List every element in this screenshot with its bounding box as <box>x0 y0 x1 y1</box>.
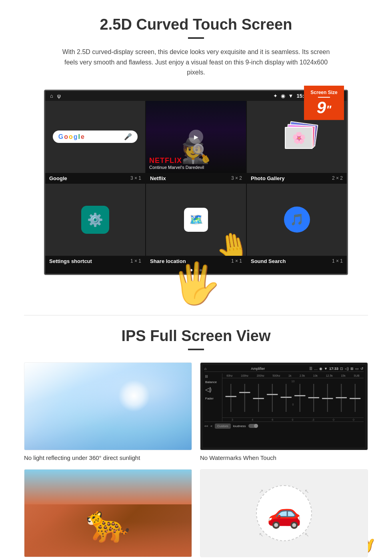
screen-size-badge: Screen Size 9" <box>304 86 344 120</box>
amp-main: ||| Balance ◁) Fader 60hz100hz200hz500hz… <box>204 373 364 422</box>
netflix-subtitle: Continue Marvel's Daredevil <box>149 165 243 170</box>
eq-sliders: 10 0 <box>224 380 362 416</box>
amp-sidebar: ||| Balance ◁) Fader <box>204 373 222 422</box>
photo-stack: 🌸 <box>277 121 317 153</box>
sound-app-cell[interactable]: 🎵 <box>247 184 347 256</box>
svg-rect-18 <box>336 397 347 398</box>
arrow-br: ↘ <box>304 532 309 538</box>
feature-cheetah: 🐆 Super Fast Response <box>24 469 192 558</box>
badge-title: Screen Size <box>307 90 341 95</box>
screen-wrapper: Screen Size 9" ⌂ ψ ✦ ◉ ▼ 15:06 ⊡ <box>24 90 368 303</box>
section1-title: 2.5D Curved Touch Screen <box>24 16 368 33</box>
svg-rect-19 <box>350 398 361 399</box>
svg-rect-11 <box>239 392 250 393</box>
amplifier-image: ⌂ Amplifier ☰…◉▼ 17:33 ⊡◁)⊠▭↺ ||| <box>200 362 368 450</box>
netflix-play-btn[interactable]: ▶ <box>189 130 203 144</box>
netflix-label: Netflix 3 × 2 <box>146 173 246 184</box>
amp-sliders-icon: ||| <box>205 374 221 378</box>
amp-home-icon: ⌂ <box>204 367 206 371</box>
google-search-bar[interactable]: Google 🎤 <box>53 130 138 143</box>
amp-sliders-area: 10 0 <box>222 378 364 417</box>
arrow-tl: ↗ <box>259 488 264 494</box>
photo-card-3: 🌸 <box>285 127 313 149</box>
device-screen: ⌂ ψ ✦ ◉ ▼ 15:06 ⊡ ◁) ⊠ ▭ <box>44 90 348 275</box>
eq-numbers-top: 10 <box>224 380 362 383</box>
car-image: 🚗 ↗ ↗ ↙ ↘ <box>200 469 368 557</box>
arrow-tr: ↗ <box>304 488 309 494</box>
light-beam <box>24 363 192 450</box>
amp-custom-btn[interactable]: Custom <box>215 424 231 429</box>
svg-rect-17 <box>322 398 333 399</box>
car-content: 🚗 ↗ ↗ ↙ ↘ <box>257 486 311 540</box>
arrow-bl: ↙ <box>259 532 264 538</box>
badge-size: 9" <box>307 99 341 116</box>
bt-icon: ✦ <box>273 93 278 99</box>
google-label: Google 3 × 1 <box>45 173 145 184</box>
eq-svg <box>224 384 362 416</box>
location-icon: ◉ <box>281 93 285 99</box>
amp-balance-label: Balance <box>205 380 221 384</box>
maps-icon: 🗺️ <box>184 208 208 232</box>
status-bar: ⌂ ψ ✦ ◉ ▼ 15:06 ⊡ ◁) ⊠ ▭ <box>45 91 347 101</box>
car-emoji: 🚗 <box>267 497 302 530</box>
netflix-app-cell[interactable]: 🕵️ ▶ NETFLIX Continue Marvel's Daredevil <box>146 101 246 173</box>
amp-title: Amplifier <box>251 367 265 371</box>
hand-icon: 🤚 <box>213 228 246 256</box>
section-divider <box>24 315 368 315</box>
amp-status-icons: ☰…◉▼ 17:33 ⊡◁)⊠▭↺ <box>309 367 364 371</box>
netflix-overlay: NETFLIX Continue Marvel's Daredevil <box>146 153 246 173</box>
section2-divider <box>188 349 204 350</box>
sound-icon: 🎵 <box>284 207 310 233</box>
sky-bg <box>24 470 192 504</box>
car-circle: 🚗 ↗ ↗ ↙ ↘ <box>256 485 312 541</box>
sun-flare <box>118 380 150 412</box>
app-labels-row1: Google 3 × 1 Netflix 3 × 2 Photo Gallery… <box>45 173 347 184</box>
badge-underline <box>318 97 330 98</box>
feature-label-amplifier: No Watermarks When Touch <box>200 454 368 461</box>
svg-rect-10 <box>225 396 236 397</box>
amp-loudness-label: loudness <box>233 424 246 428</box>
wifi-icon: ▼ <box>288 93 294 99</box>
flower-icon: 🌸 <box>292 131 306 145</box>
netflix-logo: NETFLIX <box>149 157 243 165</box>
sunlight-image <box>24 362 192 450</box>
svg-rect-14 <box>280 397 292 398</box>
amp-freq-labels: 60hz100hz200hz500hz1k2.5k10k12.5k15kSUB <box>222 373 364 378</box>
svg-rect-13 <box>267 394 278 395</box>
ground-gradient <box>24 522 192 557</box>
svg-rect-16 <box>308 397 319 398</box>
amp-back-btn[interactable]: << <box>204 424 208 428</box>
cheetah-image: 🐆 <box>24 469 192 557</box>
amp-forward-btn[interactable]: < <box>210 424 212 428</box>
amp-eq: 60hz100hz200hz500hz1k2.5k10k12.5k15kSUB … <box>222 373 364 422</box>
section1-desc: With 2.5D curved-display screen, this de… <box>60 47 332 78</box>
app-grid-top: Google 🎤 🕵️ ▶ NETFLIX <box>45 101 347 173</box>
status-left: ⌂ ψ <box>50 93 61 99</box>
eq-bottom-numbers: 3460-300 <box>222 417 364 422</box>
svg-rect-12 <box>253 398 264 399</box>
amp-volume-icon: ◁) <box>205 386 221 393</box>
google-logo: Google <box>58 133 84 141</box>
extended-hand: 🖐️ <box>24 263 368 303</box>
feature-amplifier: ⌂ Amplifier ☰…◉▼ 17:33 ⊡◁)⊠▭↺ ||| <box>200 362 368 461</box>
feature-label-sunlight: No light reflecting under 360° direct su… <box>24 454 192 461</box>
title-divider <box>188 37 204 39</box>
section2-title: IPS Full Screen View <box>24 327 368 345</box>
charge-icon: ψ <box>57 93 61 99</box>
share-app-cell[interactable]: 🗺️ 🤚 <box>146 184 246 256</box>
amp-toggle[interactable] <box>248 424 258 428</box>
app-grid-bottom: ⚙️ 🗺️ 🤚 🎵 <box>45 184 347 256</box>
settings-app-cell[interactable]: ⚙️ <box>45 184 145 256</box>
settings-icon: ⚙️ <box>81 206 109 234</box>
feature-sunlight: No light reflecting under 360° direct su… <box>24 362 192 461</box>
feature-car: 🚗 ↗ ↗ ↙ ↘ Large Viewing Angle <box>200 469 368 558</box>
svg-rect-15 <box>294 395 306 396</box>
google-app-cell[interactable]: Google 🎤 <box>45 101 145 173</box>
amp-footer: << < Custom loudness <box>204 422 364 429</box>
amp-fader-label: Fader <box>205 397 221 400</box>
home-icon[interactable]: ⌂ <box>50 93 53 99</box>
gallery-label: Photo Gallery 2 × 2 <box>247 173 347 184</box>
google-mic-icon[interactable]: 🎤 <box>124 133 132 141</box>
feature-grid: No light reflecting under 360° direct su… <box>24 362 368 558</box>
